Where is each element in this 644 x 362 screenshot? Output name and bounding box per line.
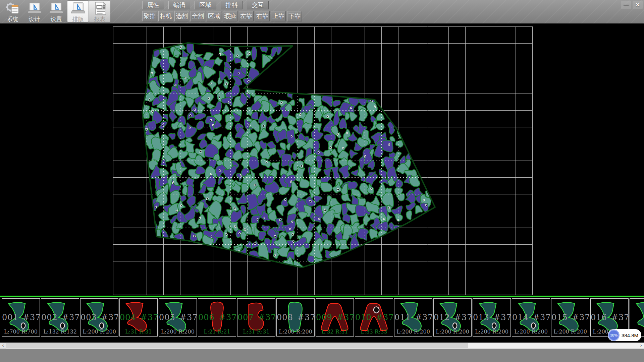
report-icon (92, 2, 108, 15)
progress-size-label: 384.8M (622, 333, 638, 338)
application-window: 系统 设计 设置 排版 报表 (0, 0, 644, 362)
menu-tab[interactable]: 排料 (221, 1, 243, 9)
design-icon (27, 2, 42, 15)
piece-id: 003_#37 (80, 313, 118, 322)
pieces-strip: 001_#37 L:700 R:700 002_#37 L:132 R:132 … (0, 297, 644, 338)
tool-button[interactable]: 下靠 (287, 11, 302, 21)
minimize-button[interactable]: — (621, 1, 631, 9)
piece-count: L:200 R:200 (473, 328, 511, 335)
workspace (0, 23, 644, 296)
app-label: 系统 (7, 15, 18, 23)
tool-button[interactable]: 聚排 (142, 11, 157, 21)
tool-button[interactable]: 相机 (158, 11, 173, 21)
tool-button[interactable]: 全割 (191, 11, 205, 21)
layout-icon (70, 2, 86, 15)
scroll-right-button[interactable]: › (638, 343, 644, 349)
download-progress-badge[interactable]: 38% 384.8M (608, 329, 641, 341)
tool-button[interactable]: 右靠 (255, 11, 270, 21)
settings-icon (49, 2, 64, 15)
piece-id: 002_#37 (41, 313, 79, 322)
piece-thumbnail[interactable]: 014_#37 L:200 R:200 (512, 298, 550, 337)
app-button[interactable]: 报表 (89, 1, 110, 22)
piece-count: L:200 R:200 (434, 328, 471, 335)
piece-id: 013_#37 (473, 313, 511, 322)
scrollbar-thumb[interactable] (6, 343, 468, 348)
piece-count: L:31 R:31 (237, 328, 275, 335)
scroll-left-button[interactable]: ‹ (0, 343, 6, 349)
piece-id: 005_#37 (159, 313, 197, 322)
piece-id: 007_#37 (237, 313, 275, 322)
app-label: 设置 (51, 15, 62, 23)
window-controls: — ✕ (621, 1, 643, 9)
piece-id: 014_#37 (512, 313, 550, 322)
app-label: 报表 (94, 15, 106, 23)
piece-count: L:32 R:31 (316, 328, 354, 335)
app-switcher: 系统 设计 设置 排版 报表 (2, 1, 110, 22)
piece-id: 016_#37 (591, 313, 628, 322)
piece-thumbnail[interactable]: 005_#37 L:200 R:200 (159, 298, 197, 337)
piece-id: 011_#37 (394, 313, 432, 322)
menu-tab[interactable]: 编辑 (168, 1, 190, 9)
piece-thumbnail[interactable]: 008_#37 L:200 R:200 (276, 298, 315, 337)
piece-id: 008_#37 (277, 313, 314, 322)
piece-count: L:132 R:132 (41, 328, 79, 335)
piece-thumbnail[interactable]: 004_#37 L:31 R:31 (119, 298, 158, 337)
menu-tab[interactable]: 属性 (142, 1, 164, 9)
piece-id: 015_#37 (551, 313, 589, 322)
piece-thumbnail[interactable]: 009_#37 L:32 R:31 (316, 298, 354, 337)
piece-id: 010_#37 (355, 313, 393, 322)
piece-count: L:200 R:200 (394, 328, 432, 335)
menu-area: 属性 编辑 区域 排料 交互 聚排 相机 选割 全 (142, 0, 302, 21)
piece-count: L:200 R:200 (80, 328, 118, 335)
app-label: 设计 (29, 15, 40, 23)
piece-count: L:200 R:200 (159, 328, 197, 335)
piece-thumbnail[interactable]: 006_#37 L:21 R:21 (198, 298, 236, 337)
app-button[interactable]: 设计 (24, 1, 45, 22)
piece-thumbnail[interactable]: 003_#37 L:200 R:200 (80, 298, 118, 337)
tool-button[interactable]: 上靠 (271, 11, 286, 21)
tool-button[interactable]: 选割 (174, 11, 189, 21)
app-button[interactable]: 排版 (67, 1, 89, 22)
app-label: 排版 (72, 15, 84, 23)
piece-id: 0 (630, 313, 644, 322)
close-button[interactable]: ✕ (633, 1, 643, 9)
piece-id: 009_#37 (316, 313, 354, 322)
piece-thumbnail[interactable]: 013_#37 L:200 R:200 (473, 298, 511, 337)
piece-thumbnail[interactable]: 002_#37 L:132 R:132 (41, 298, 79, 337)
piece-thumbnail[interactable]: 011_#37 L:200 R:200 (394, 298, 432, 337)
app-button[interactable]: 设置 (46, 1, 67, 22)
piece-thumbnail[interactable]: 007_#37 L:31 R:31 (237, 298, 275, 337)
tool-button[interactable]: 瑕疵 (223, 11, 237, 21)
status-bar (0, 349, 644, 362)
nesting-canvas[interactable] (0, 23, 644, 296)
piece-thumbnail[interactable]: 010_#37 L:33 R:33 (355, 298, 393, 337)
tool-button-row: 聚排 相机 选割 全割 区域 瑕疵 左靠 右靠 上靠 下靠 (142, 11, 302, 21)
menu-tab-row: 属性 编辑 区域 排料 交互 (142, 1, 302, 9)
system-icon (5, 2, 20, 15)
app-button[interactable]: 系统 (2, 1, 23, 22)
toolbar-ribbon: 系统 设计 设置 排版 报表 (0, 0, 644, 23)
piece-count: L:200 R:200 (512, 328, 550, 335)
horizontal-scrollbar[interactable]: ‹ › (0, 343, 644, 349)
piece-count: L:200 R:200 (551, 328, 589, 335)
piece-thumbnail[interactable]: 015_#37 L:200 R:200 (551, 298, 589, 337)
tool-button[interactable]: 左靠 (239, 11, 254, 21)
progress-percent-badge: 38% (608, 329, 620, 341)
piece-id: 012_#37 (434, 313, 471, 322)
piece-id: 004_#37 (120, 313, 157, 322)
piece-count: L:21 R:21 (198, 328, 236, 335)
piece-id: 006_#37 (198, 313, 236, 322)
tool-button[interactable]: 区域 (207, 11, 221, 21)
piece-count: L:200 R:200 (277, 328, 314, 335)
piece-count: L:700 R:700 (2, 328, 40, 335)
menu-tab[interactable]: 区域 (195, 1, 216, 9)
piece-thumbnail[interactable]: 001_#37 L:700 R:700 (2, 298, 40, 337)
piece-thumbnail[interactable]: 012_#37 L:200 R:200 (433, 298, 472, 337)
menu-tab[interactable]: 交互 (247, 1, 269, 9)
piece-count: L:33 R:33 (355, 328, 393, 335)
piece-count: L:31 R:31 (120, 328, 157, 335)
piece-id: 001_#37 (2, 313, 40, 322)
